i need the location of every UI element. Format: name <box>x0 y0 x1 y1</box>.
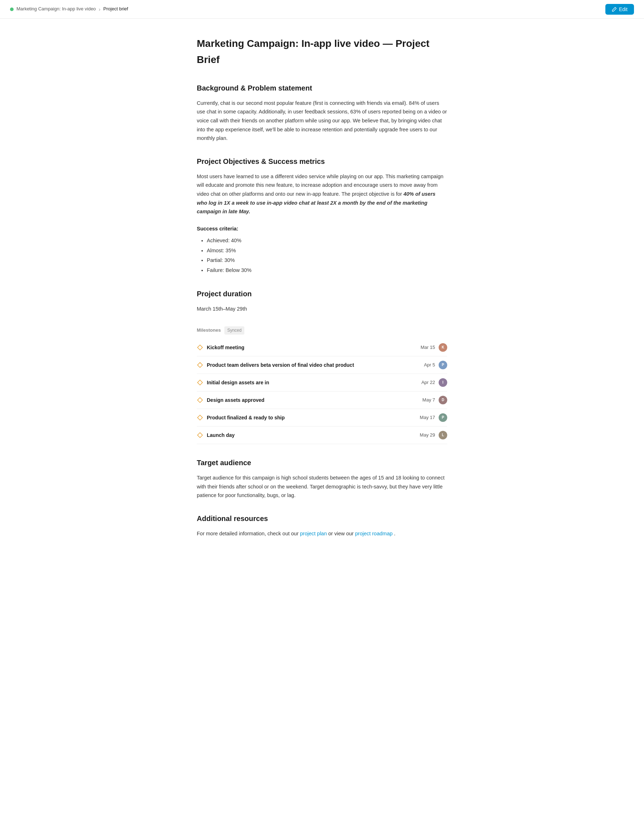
section-target: Target audience Target audience for this… <box>197 457 447 500</box>
avatar: K <box>439 343 447 352</box>
section-objectives: Project Objectives & Success metrics Mos… <box>197 156 447 276</box>
page-content: Marketing Campaign: In-app live video — … <box>182 0 462 580</box>
milestone-row: Initial design assets are in Apr 22 I <box>197 374 447 391</box>
milestone-title: Initial design assets are in <box>207 379 269 387</box>
background-heading: Background & Problem statement <box>197 82 447 94</box>
milestone-right: Mar 15 K <box>421 343 447 352</box>
milestone-date: Apr 22 <box>422 379 435 387</box>
milestone-row: Launch day May 29 L <box>197 426 447 444</box>
list-item: Achieved: 40% <box>207 236 447 246</box>
avatar: D <box>439 396 447 404</box>
list-item: Almost: 35% <box>207 246 447 256</box>
edit-icon <box>612 7 617 12</box>
milestone-row: Design assets approved May 7 D <box>197 391 447 409</box>
objectives-heading: Project Objectives & Success metrics <box>197 156 447 167</box>
project-roadmap-link[interactable]: project roadmap <box>355 531 393 536</box>
milestone-date: May 7 <box>423 396 435 404</box>
milestone-left: Launch day <box>197 431 235 439</box>
avatar: L <box>439 431 447 439</box>
milestone-title: Design assets approved <box>207 396 264 404</box>
milestone-left: Product finalized & ready to ship <box>197 414 285 422</box>
milestone-right: Apr 5 P <box>424 361 447 369</box>
milestone-date: May 17 <box>420 414 435 422</box>
milestone-left: Design assets approved <box>197 396 264 404</box>
milestone-right: May 7 D <box>423 396 447 404</box>
milestone-left: Kickoff meeting <box>197 344 244 351</box>
milestone-icon <box>197 344 203 351</box>
milestones-section: Milestones Synced Kickoff meeting Mar 15… <box>197 326 447 444</box>
page-title: Marketing Campaign: In-app live video — … <box>197 36 447 68</box>
breadcrumb-separator: › <box>99 5 101 14</box>
milestone-icon <box>197 379 203 386</box>
milestone-title: Product team delivers beta version of fi… <box>207 361 354 369</box>
objectives-text: Most users have learned to use a differe… <box>197 172 447 216</box>
milestone-row: Kickoff meeting Mar 15 K <box>197 339 447 356</box>
milestone-icon <box>197 397 203 403</box>
target-text: Target audience for this campaign is hig… <box>197 473 447 500</box>
milestone-date: May 29 <box>420 431 435 439</box>
milestone-icon <box>197 432 203 438</box>
list-item: Failure: Below 30% <box>207 265 447 276</box>
milestone-left: Initial design assets are in <box>197 379 269 387</box>
milestone-title: Launch day <box>207 431 235 439</box>
avatar: I <box>439 378 447 387</box>
avatar: P <box>439 361 447 369</box>
success-criteria-list: Achieved: 40% Almost: 35% Partial: 30% F… <box>197 236 447 275</box>
section-background: Background & Problem statement Currently… <box>197 82 447 143</box>
milestone-right: May 29 L <box>420 431 447 439</box>
milestone-icon <box>197 362 203 368</box>
synced-badge: Synced <box>224 326 244 334</box>
milestone-right: Apr 22 I <box>422 378 447 387</box>
milestone-date: Apr 5 <box>424 361 435 369</box>
list-item: Partial: 30% <box>207 256 447 265</box>
breadcrumb-parent[interactable]: Marketing Campaign: In-app live video <box>17 5 96 13</box>
resources-text-middle: or view our <box>328 531 354 536</box>
milestone-row: Product finalized & ready to ship May 17… <box>197 409 447 426</box>
milestones-header: Milestones Synced <box>197 326 447 334</box>
milestone-left: Product team delivers beta version of fi… <box>197 361 354 369</box>
project-plan-link[interactable]: project plan <box>300 531 327 536</box>
milestone-icon <box>197 414 203 421</box>
milestone-title: Kickoff meeting <box>207 344 244 351</box>
milestone-date: Mar 15 <box>421 344 435 351</box>
resources-text: For more detailed information, check out… <box>197 529 447 538</box>
section-resources: Additional resources For more detailed i… <box>197 513 447 538</box>
background-text: Currently, chat is our second most popul… <box>197 99 447 143</box>
success-criteria-heading: Success criteria: <box>197 225 447 233</box>
breadcrumb-current: Project brief <box>103 5 128 13</box>
edit-button[interactable]: Edit <box>606 4 634 15</box>
status-dot <box>10 8 14 11</box>
resources-heading: Additional resources <box>197 513 447 524</box>
duration-heading: Project duration <box>197 288 447 299</box>
target-heading: Target audience <box>197 457 447 468</box>
milestone-title: Product finalized & ready to ship <box>207 414 285 422</box>
milestone-right: May 17 P <box>420 413 447 422</box>
milestones-label: Milestones <box>197 327 221 334</box>
duration-text: March 15th–May 29th <box>197 305 447 313</box>
breadcrumb: Marketing Campaign: In-app live video › … <box>10 5 128 14</box>
resources-text-after: . <box>394 531 396 536</box>
milestone-row: Product team delivers beta version of fi… <box>197 356 447 374</box>
section-duration: Project duration March 15th–May 29th <box>197 288 447 313</box>
resources-text-before: For more detailed information, check out… <box>197 531 299 536</box>
avatar: P <box>439 413 447 422</box>
topbar: Marketing Campaign: In-app live video › … <box>0 0 644 18</box>
